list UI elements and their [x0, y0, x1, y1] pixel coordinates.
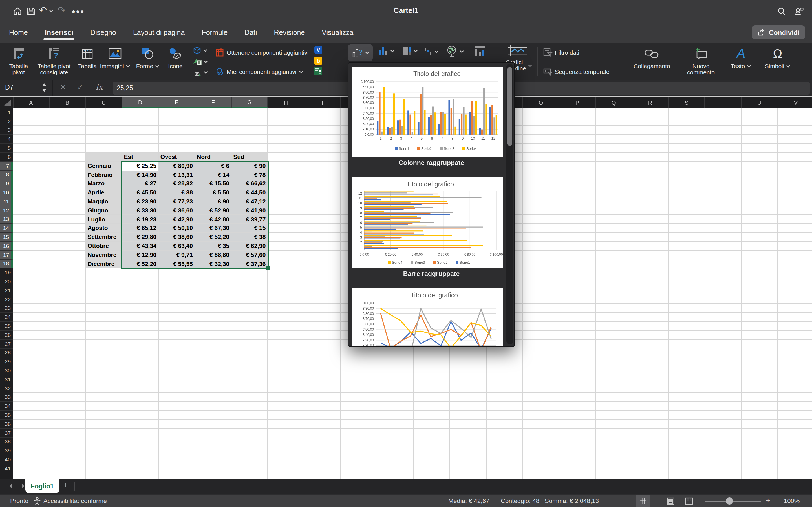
row-header-39[interactable]: 39 — [0, 446, 13, 455]
3d-models-button[interactable] — [193, 46, 208, 55]
column-header-O[interactable]: O — [523, 97, 559, 108]
feedback-person-icon[interactable] — [794, 6, 804, 16]
name-box[interactable]: D7 — [0, 80, 53, 96]
row-header-3[interactable]: 3 — [0, 126, 13, 135]
zoom-slider-track[interactable] — [705, 501, 761, 502]
prev-sheet-icon[interactable] — [8, 483, 13, 489]
column-header-G[interactable]: G — [232, 97, 268, 108]
my-addins-button[interactable]: Miei componenti aggiuntivi — [215, 66, 309, 77]
screenshot-button[interactable] — [193, 68, 208, 77]
insert-map-chart-button[interactable] — [446, 45, 464, 57]
row-header-22[interactable]: 22 — [0, 295, 13, 304]
recommended-charts-button[interactable]: ? — [348, 44, 373, 61]
chart-preview-barre-raggruppate[interactable]: Titolo del grafico€ 0,00€ 20,00€ 40,00€ … — [352, 177, 503, 268]
select-all-corner[interactable] — [0, 97, 13, 108]
tab-disegno[interactable]: Disegno — [89, 25, 117, 40]
pivot-table-button[interactable]: Tabella pivot — [2, 43, 35, 75]
insert-column-chart-button[interactable] — [379, 46, 395, 55]
insert-function-icon[interactable]: fx — [96, 83, 103, 91]
row-header-9[interactable]: 9 — [0, 179, 13, 188]
row-header-26[interactable]: 26 — [0, 331, 13, 340]
row-header-4[interactable]: 4 — [0, 135, 13, 144]
bing-addin-icon[interactable]: b — [314, 56, 323, 65]
row-header-40[interactable]: 40 — [0, 455, 13, 464]
row-header-20[interactable]: 20 — [0, 277, 13, 286]
row-header-31[interactable]: 31 — [0, 375, 13, 384]
shapes-button[interactable]: Forme — [133, 43, 162, 69]
recommended-pivot-tables-button[interactable]: ? Tabelle pivot consigliate — [35, 43, 73, 75]
chart-preview-colonne-raggruppate[interactable]: Titolo del grafico€ 0,00€ 10,00€ 20,00€ … — [352, 67, 503, 157]
insert-statistic-chart-button[interactable] — [424, 47, 439, 55]
visio-addin-icon[interactable]: V — [314, 46, 323, 54]
row-header-19[interactable]: 19 — [0, 269, 13, 277]
symbols-button[interactable]: Ω Simboli — [759, 43, 796, 69]
column-header-V[interactable]: V — [778, 97, 812, 108]
column-header-F[interactable]: F — [195, 97, 232, 108]
share-button[interactable]: Condividi — [752, 25, 805, 40]
selection-fill-handle[interactable] — [266, 266, 270, 271]
row-header-35[interactable]: 35 — [0, 411, 13, 420]
row-header-29[interactable]: 29 — [0, 357, 13, 367]
row-header-11[interactable]: 11 — [0, 197, 13, 206]
column-header-E[interactable]: E — [159, 97, 195, 108]
tab-formule[interactable]: Formule — [200, 25, 229, 40]
tab-visualizza[interactable]: Visualizza — [320, 25, 354, 40]
row-header-25[interactable]: 25 — [0, 322, 13, 331]
new-comment-button[interactable]: Nuovo commento — [679, 43, 723, 75]
people-graph-addin-icon[interactable] — [314, 67, 323, 75]
row-header-32[interactable]: 32 — [0, 384, 13, 393]
tab-home[interactable]: Home — [8, 25, 29, 40]
zoom-slider-thumb[interactable] — [726, 497, 733, 505]
cancel-entry-icon[interactable]: ✕ — [60, 83, 66, 91]
row-header-28[interactable]: 28 — [0, 348, 13, 357]
row-header-16[interactable]: 16 — [0, 242, 13, 251]
column-header-A[interactable]: A — [13, 97, 49, 108]
images-button[interactable]: Immagini — [97, 43, 133, 69]
column-header-U[interactable]: U — [742, 97, 778, 108]
row-header-41[interactable]: 41 — [0, 464, 13, 473]
sheet-tab-foglio1[interactable]: Foglio1 — [26, 479, 59, 493]
row-header-13[interactable]: 13 — [0, 215, 13, 224]
tab-dati[interactable]: Dati — [243, 25, 258, 40]
row-header-2[interactable]: 2 — [0, 117, 13, 126]
get-addins-button[interactable]: Ottenere componenti aggiuntivi — [215, 47, 309, 58]
search-icon[interactable] — [776, 6, 786, 16]
row-header-5[interactable]: 5 — [0, 144, 13, 153]
row-header-14[interactable]: 14 — [0, 224, 13, 233]
smartart-button[interactable] — [193, 57, 208, 66]
page-layout-view-icon[interactable] — [667, 497, 674, 505]
status-accessibility[interactable]: Accessibilità: conforme — [43, 497, 107, 504]
column-header-C[interactable]: C — [86, 97, 122, 108]
column-header-B[interactable]: B — [49, 97, 86, 108]
tab-layout-di-pagina[interactable]: Layout di pagina — [132, 25, 186, 40]
insert-hierarchy-chart-button[interactable] — [403, 46, 418, 55]
tab-revisione[interactable]: Revisione — [273, 25, 306, 40]
row-header-21[interactable]: 21 — [0, 286, 13, 295]
row-header-18[interactable]: 18 — [0, 260, 13, 269]
row-header-12[interactable]: 12 — [0, 206, 13, 215]
row-header-8[interactable]: 8 — [0, 170, 13, 179]
row-header-36[interactable]: 36 — [0, 420, 13, 429]
zoom-in-button[interactable]: + — [766, 496, 770, 505]
confirm-entry-icon[interactable]: ✓ — [77, 83, 83, 91]
chart-preview-line[interactable]: Titolo del grafico€ 0,00€ 10,00€ 20,00€ … — [352, 288, 503, 347]
normal-view-button[interactable] — [636, 495, 650, 507]
row-header-38[interactable]: 38 — [0, 438, 13, 446]
row-header-33[interactable]: 33 — [0, 393, 13, 402]
column-header-R[interactable]: R — [632, 97, 668, 108]
row-header-7[interactable]: 7 — [0, 162, 13, 171]
column-header-P[interactable]: P — [559, 97, 596, 108]
accessibility-icon[interactable] — [33, 497, 41, 505]
dropdown-scrollbar-thumb[interactable] — [507, 67, 512, 146]
row-header-15[interactable]: 15 — [0, 233, 13, 242]
next-sheet-icon[interactable] — [20, 483, 26, 489]
icons-button[interactable]: Icone — [162, 43, 188, 69]
column-header-D[interactable]: D — [122, 97, 159, 108]
column-header-I[interactable]: I — [305, 97, 341, 108]
column-header-T[interactable]: T — [705, 97, 742, 108]
zoom-out-button[interactable]: − — [698, 496, 703, 505]
row-header-30[interactable]: 30 — [0, 366, 13, 375]
row-header-27[interactable]: 27 — [0, 340, 13, 349]
row-header-24[interactable]: 24 — [0, 313, 13, 322]
column-header-Q[interactable]: Q — [596, 97, 632, 108]
